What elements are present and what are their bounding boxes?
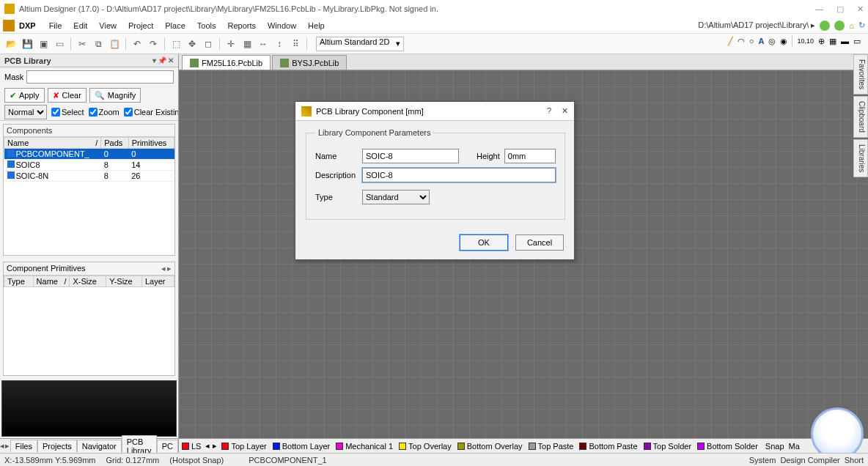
table-row[interactable]: PCBCOMPONENT_ 00 bbox=[4, 149, 174, 160]
clear-existing-checkbox[interactable]: Clear Existin bbox=[124, 108, 178, 116]
close-button[interactable]: ✕ bbox=[857, 4, 864, 14]
col-pads[interactable]: Pads bbox=[101, 138, 128, 149]
layer-tab[interactable]: Bottom Overlay bbox=[455, 442, 526, 451]
snap-icon[interactable]: ↕ bbox=[273, 37, 286, 51]
tab-clipboard[interactable]: Clipboard bbox=[853, 96, 868, 138]
refresh-icon[interactable]: ↻ bbox=[858, 21, 865, 30]
cross-probe-icon[interactable]: ✛ bbox=[224, 37, 238, 51]
line-icon[interactable]: ╱ bbox=[728, 37, 733, 46]
save-icon[interactable]: 💾 bbox=[21, 37, 34, 51]
polygon-icon[interactable]: ▭ bbox=[853, 37, 861, 46]
col-type[interactable]: Type bbox=[4, 276, 34, 287]
col-primitives[interactable]: Primitives bbox=[128, 138, 174, 149]
doc-tab-fm25l16[interactable]: FM25L16.PcbLib bbox=[182, 55, 271, 70]
nav-back-icon[interactable] bbox=[820, 21, 830, 31]
name-input[interactable] bbox=[362, 149, 459, 163]
select-checkbox[interactable]: Select bbox=[51, 108, 84, 116]
menu-tools[interactable]: Tools bbox=[191, 20, 222, 32]
type-select[interactable]: Standard bbox=[362, 190, 430, 204]
nav-left-icon[interactable]: ◂ bbox=[161, 264, 166, 273]
tab-navigator[interactable]: Navigator bbox=[77, 440, 122, 452]
mask-input[interactable] bbox=[26, 70, 174, 84]
layer-tab[interactable]: Bottom Solder bbox=[694, 442, 761, 451]
clear-button[interactable]: ✘Clear bbox=[48, 88, 87, 103]
status-system[interactable]: System bbox=[749, 456, 776, 465]
zoom-area-icon[interactable]: ▣ bbox=[37, 37, 50, 51]
tab-files[interactable]: Files bbox=[10, 440, 37, 452]
home-icon[interactable]: ⌂ bbox=[849, 21, 854, 30]
paste-icon[interactable]: 📋 bbox=[108, 37, 121, 51]
magnify-button[interactable]: 🔍Magnify bbox=[89, 88, 141, 103]
col-xsize[interactable]: X-Size bbox=[70, 276, 106, 287]
zoom-fit-icon[interactable]: ▭ bbox=[53, 37, 66, 51]
panel-dropdown-icon[interactable]: ▾ bbox=[152, 56, 156, 64]
array-icon[interactable]: ▦ bbox=[829, 37, 836, 46]
layer-tab[interactable]: Mechanical 1 bbox=[333, 442, 396, 451]
tab-libraries[interactable]: Libraries bbox=[853, 139, 868, 177]
arc-icon[interactable]: ◠ bbox=[738, 37, 745, 46]
ls-label[interactable]: LS bbox=[191, 442, 201, 451]
panel-close-icon[interactable]: ✕ bbox=[168, 56, 174, 64]
select-icon[interactable]: ⬚ bbox=[169, 37, 183, 51]
snap-toggle[interactable]: Snap bbox=[765, 442, 784, 451]
status-design-compiler[interactable]: Design Compiler bbox=[780, 456, 839, 465]
cancel-button[interactable]: Cancel bbox=[515, 234, 564, 251]
doc-tab-bysj[interactable]: BYSJ.PcbLib bbox=[272, 55, 347, 70]
mode-select[interactable]: Normal bbox=[4, 105, 47, 119]
menu-edit[interactable]: Edit bbox=[67, 20, 93, 32]
text-icon[interactable]: A bbox=[759, 37, 765, 45]
layer-tab[interactable]: Bottom Layer bbox=[270, 442, 333, 451]
layer-tab[interactable]: Bottom Paste bbox=[576, 442, 640, 451]
tab-pc[interactable]: PC bbox=[157, 440, 178, 452]
maximize-button[interactable]: ▢ bbox=[836, 4, 844, 14]
layer-tab[interactable]: Top Paste bbox=[526, 442, 577, 451]
mask-toggle[interactable]: Ma bbox=[789, 442, 800, 451]
copy-icon[interactable]: ⧉ bbox=[92, 37, 105, 51]
table-row[interactable]: SOIC8 814 bbox=[4, 160, 174, 171]
table-row[interactable]: SOIC-8N 826 bbox=[4, 171, 174, 182]
dialog-help-icon[interactable]: ? bbox=[547, 106, 551, 116]
height-input[interactable] bbox=[504, 149, 556, 163]
layer-nav-right-icon[interactable]: ▸ bbox=[211, 441, 218, 451]
zoom-checkbox[interactable]: Zoom bbox=[89, 108, 119, 116]
undo-icon[interactable]: ↶ bbox=[130, 37, 144, 51]
view-mode-select[interactable]: Altium Standard 2D bbox=[316, 37, 404, 51]
menu-place[interactable]: Place bbox=[159, 20, 191, 32]
pad-icon[interactable]: ◎ bbox=[768, 37, 776, 46]
nav-right-icon[interactable]: ▸ bbox=[167, 264, 172, 273]
menu-help[interactable]: Help bbox=[302, 20, 331, 32]
open-icon[interactable]: 📂 bbox=[4, 37, 18, 51]
dialog-close-icon[interactable]: ✕ bbox=[562, 106, 568, 116]
cut-icon[interactable]: ✂ bbox=[76, 37, 89, 51]
layer-tab[interactable]: Top Solder bbox=[641, 442, 695, 451]
deselect-icon[interactable]: ◻ bbox=[202, 37, 215, 51]
col-ysize[interactable]: Y-Size bbox=[106, 276, 142, 287]
region-icon[interactable]: ▬ bbox=[841, 37, 849, 45]
circle-icon[interactable]: ○ bbox=[749, 37, 754, 45]
breadcrumb[interactable]: D:\Altium\AD17 project\Library\ ▸ bbox=[698, 21, 815, 30]
menu-window[interactable]: Window bbox=[262, 20, 302, 32]
origin-icon[interactable]: ⊕ bbox=[818, 37, 825, 46]
layer-tab[interactable]: Top Layer bbox=[218, 442, 269, 451]
menu-reports[interactable]: Reports bbox=[221, 20, 262, 32]
grid-dots-icon[interactable]: ⠿ bbox=[289, 37, 302, 51]
move-icon[interactable]: ✥ bbox=[185, 37, 199, 51]
col-pname[interactable]: Name / bbox=[33, 276, 70, 287]
apply-button[interactable]: ✔Apply bbox=[4, 88, 45, 103]
tab-scroll-left-icon[interactable]: ◂ bbox=[0, 441, 5, 451]
nav-fwd-icon[interactable] bbox=[834, 21, 845, 31]
tab-favorites[interactable]: Favorites bbox=[853, 54, 868, 95]
description-input[interactable] bbox=[362, 168, 556, 182]
redo-icon[interactable]: ↷ bbox=[147, 37, 160, 51]
layer-tab[interactable]: Top Overlay bbox=[396, 442, 455, 451]
tab-scroll-right-icon[interactable]: ▸ bbox=[5, 441, 10, 451]
via-icon[interactable]: ◉ bbox=[780, 37, 787, 46]
panel-pin-icon[interactable]: 📌 bbox=[158, 56, 166, 64]
status-shortcuts[interactable]: Short bbox=[845, 456, 864, 465]
col-layer[interactable]: Layer bbox=[141, 276, 174, 287]
menu-project[interactable]: Project bbox=[122, 20, 159, 32]
layer-nav-left-icon[interactable]: ◂ bbox=[204, 441, 211, 451]
dxp-menu[interactable]: DXP bbox=[19, 21, 36, 30]
minimize-button[interactable]: — bbox=[815, 4, 823, 14]
ok-button[interactable]: OK bbox=[460, 234, 508, 251]
